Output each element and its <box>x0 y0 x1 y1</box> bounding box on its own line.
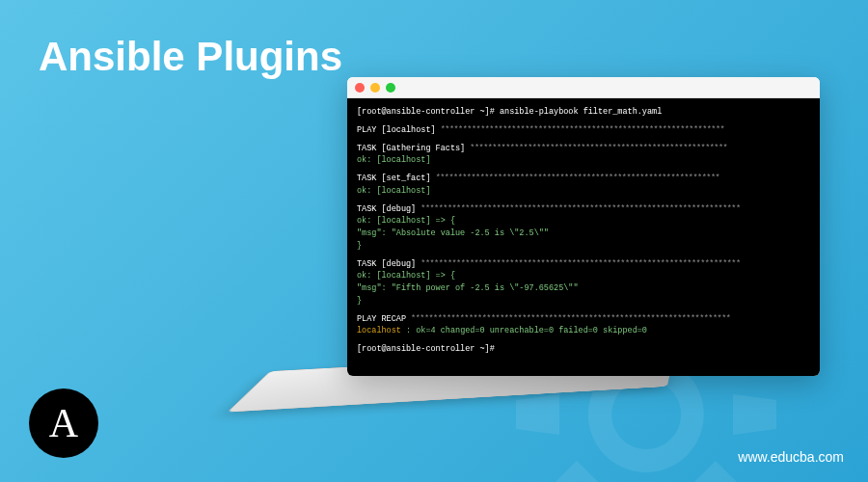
play-header: PLAY [localhost] ***********************… <box>357 124 810 137</box>
brace-close: } <box>357 295 810 308</box>
brace-close: } <box>357 240 810 253</box>
terminal-window: [root@ansible-controller ~]# ansible-pla… <box>347 77 820 376</box>
ok-line: ok: [localhost] <box>357 185 810 198</box>
final-prompt: [root@ansible-controller ~]# <box>357 343 810 356</box>
task-debug-2: TASK [debug] ***************************… <box>357 258 810 271</box>
window-titlebar <box>347 77 820 98</box>
terminal-output: [root@ansible-controller ~]# ansible-pla… <box>347 98 820 376</box>
play-recap-header: PLAY RECAP *****************************… <box>357 313 810 326</box>
maximize-icon[interactable] <box>386 83 395 93</box>
prompt-line: [root@ansible-controller ~]# ansible-pla… <box>357 106 810 119</box>
recap-line: localhost : ok=4 changed=0 unreachable=0… <box>357 325 810 337</box>
ansible-logo: A <box>29 388 98 458</box>
task-gathering: TASK [Gathering Facts] *****************… <box>357 143 810 155</box>
page-title: Ansible Plugins <box>39 34 342 80</box>
debug-msg-abs: "msg": "Absolute value -2.5 is \"2.5\"" <box>357 228 810 240</box>
task-debug-1: TASK [debug] ***************************… <box>357 203 810 216</box>
laptop-illustration: [root@ansible-controller ~]# ansible-pla… <box>299 77 829 443</box>
minimize-icon[interactable] <box>370 83 380 93</box>
watermark-url: www.educba.com <box>738 449 844 465</box>
close-icon[interactable] <box>355 83 365 93</box>
debug-open: ok: [localhost] => { <box>357 215 810 228</box>
task-setfact: TASK [set_fact] ************************… <box>357 173 810 185</box>
ok-line: ok: [localhost] <box>357 154 810 167</box>
debug-msg-pow: "msg": "Fifth power of -2.5 is \"-97.656… <box>357 282 810 295</box>
logo-letter: A <box>49 400 78 446</box>
debug-open: ok: [localhost] => { <box>357 270 810 282</box>
